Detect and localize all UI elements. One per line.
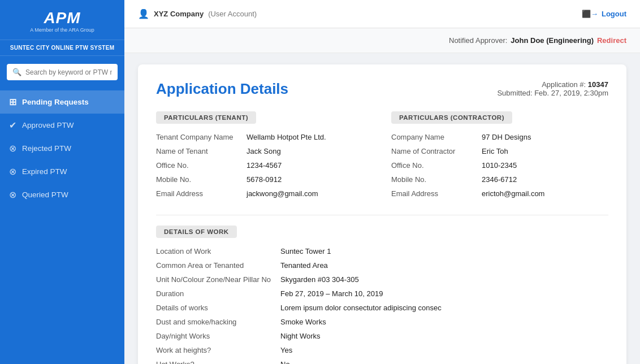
field-value-daynight: Night Works xyxy=(280,332,321,340)
field-value-dust: Smoke Works xyxy=(280,318,326,326)
logo-text: APM xyxy=(9,10,115,26)
field-label-contractor-email: Email Address xyxy=(391,189,482,198)
field-value-tenant-mobile: 5678-0912 xyxy=(247,175,282,184)
field-value-location: Suntec Tower 1 xyxy=(280,247,331,255)
field-label-details: Details of works xyxy=(156,304,280,312)
field-value-heights: Yes xyxy=(280,346,292,354)
search-box: 🔍 xyxy=(7,64,118,80)
sidebar-item-queried[interactable]: ⊗ Queried PTW xyxy=(0,183,124,206)
sidebar-item-pending-label: Pending Requests xyxy=(22,98,89,106)
app-submitted: Submitted: Feb. 27, 2019, 2:30pm xyxy=(497,89,608,97)
field-contractor-email: Email Address erictoh@gmail.com xyxy=(391,189,608,198)
field-contractor-company: Company Name 97 DH Designs xyxy=(391,133,608,141)
section-divider xyxy=(156,215,608,215)
field-contractor-office: Office No. 1010-2345 xyxy=(391,161,608,170)
field-value-tenant-office: 1234-4567 xyxy=(247,161,282,170)
system-title: SUNTEC CITY ONLINE PTW SYSTEM xyxy=(0,40,124,56)
field-label-tenant-company: Tenant Company Name xyxy=(156,133,247,141)
field-label-heights: Work at heights? xyxy=(156,346,280,354)
field-label-tenant-email: Email Address xyxy=(156,189,247,198)
field-label-tenant-mobile: Mobile No. xyxy=(156,175,247,184)
work-section: DETAILS OF WORK Location of Work Suntec … xyxy=(156,226,608,364)
field-label-duration: Duration xyxy=(156,289,280,298)
company-name: XYZ Company xyxy=(154,10,204,18)
sidebar-item-expired[interactable]: ⊗ Expired PTW xyxy=(0,160,124,183)
field-value-hot: No xyxy=(280,360,290,364)
field-work-location: Location of Work Suntec Tower 1 xyxy=(156,247,608,255)
sidebar-item-rejected[interactable]: ⊗ Rejected PTW xyxy=(0,137,124,160)
field-value-duration: Feb 27, 2019 – March 10, 2019 xyxy=(280,289,383,298)
field-tenant-email: Email Address jackwong@gmail.com xyxy=(156,189,373,198)
field-value-contractor-company: 97 DH Designs xyxy=(482,133,531,141)
search-icon: 🔍 xyxy=(12,68,21,76)
notified-label: Notified Approver: xyxy=(449,36,507,45)
field-work-details: Details of works Lorem ipsum dolor conse… xyxy=(156,304,608,312)
field-tenant-office: Office No. 1234-4567 xyxy=(156,161,373,170)
work-fields: Location of Work Suntec Tower 1 Common A… xyxy=(156,247,608,364)
field-value-tenant-name: Jack Song xyxy=(247,147,281,155)
work-badge: DETAILS OF WORK xyxy=(156,226,237,238)
application-card: Application Details Application #: 10347… xyxy=(138,64,626,364)
field-value-common: Tenanted Area xyxy=(280,261,328,270)
tenant-fields: Tenant Company Name Wellamb Hotpot Pte L… xyxy=(156,133,373,198)
field-label-unit: Unit No/Colour Zone/Near Pillar No xyxy=(156,275,280,284)
field-tenant-name: Name of Tenant Jack Song xyxy=(156,147,373,155)
sidebar-logo: APM A Member of the ARA Group xyxy=(0,0,124,40)
field-label-location: Location of Work xyxy=(156,247,280,255)
notified-bar: Notified Approver: John Doe (Engineering… xyxy=(124,28,640,53)
main-area: 👤 XYZ Company (User Account) ⬛→ Logout N… xyxy=(124,0,640,364)
sidebar-item-rejected-label: Rejected PTW xyxy=(22,144,71,153)
queried-icon: ⊗ xyxy=(9,189,16,200)
field-value-tenant-email: jackwong@gmail.com xyxy=(247,189,318,198)
contractor-fields: Company Name 97 DH Designs Name of Contr… xyxy=(391,133,608,198)
pending-icon: ⊞ xyxy=(9,97,16,107)
field-value-unit: Skygarden #03 304-305 xyxy=(280,275,359,284)
approver-name: John Doe (Engineering) xyxy=(511,36,594,45)
logout-button[interactable]: ⬛→ Logout xyxy=(582,10,626,18)
sidebar-item-pending[interactable]: ⊞ Pending Requests xyxy=(0,90,124,114)
field-tenant-mobile: Mobile No. 5678-0912 xyxy=(156,175,373,184)
field-label-contractor-company: Company Name xyxy=(391,133,482,141)
field-work-common: Common Area or Tenanted Tenanted Area xyxy=(156,261,608,270)
field-label-contractor-mobile: Mobile No. xyxy=(391,175,482,184)
application-title: Application Details xyxy=(156,80,288,98)
sidebar-item-approved-label: Approved PTW xyxy=(22,121,74,129)
expired-icon: ⊗ xyxy=(9,166,16,177)
field-work-daynight: Day/night Works Night Works xyxy=(156,332,608,340)
particulars-section: PARTICULARS (TENANT) Tenant Company Name… xyxy=(156,111,608,203)
field-label-tenant-office: Office No. xyxy=(156,161,247,170)
field-label-common: Common Area or Tenanted xyxy=(156,261,280,270)
rejected-icon: ⊗ xyxy=(9,143,16,154)
user-info: 👤 XYZ Company (User Account) xyxy=(138,8,257,19)
app-number-row: Application #: 10347 xyxy=(497,80,608,89)
field-label-contractor-name: Name of Contractor xyxy=(391,147,482,155)
account-label: (User Account) xyxy=(208,10,257,18)
sidebar-nav: ⊞ Pending Requests ✔ Approved PTW ⊗ Reje… xyxy=(0,88,124,209)
card-header: Application Details Application #: 10347… xyxy=(156,80,608,98)
user-icon: 👤 xyxy=(138,8,149,19)
field-label-tenant-name: Name of Tenant xyxy=(156,147,247,155)
field-value-details: Lorem ipsum dolor consectutor adipiscing… xyxy=(280,304,442,312)
field-label-hot: Hot Works? xyxy=(156,360,280,364)
search-input[interactable] xyxy=(25,68,112,76)
field-work-hot: Hot Works? No xyxy=(156,360,608,364)
app-number: 10347 xyxy=(588,80,608,89)
approved-icon: ✔ xyxy=(9,120,16,131)
app-meta: Application #: 10347 Submitted: Feb. 27,… xyxy=(497,80,608,97)
field-value-contractor-mobile: 2346-6712 xyxy=(482,175,517,184)
top-bar: 👤 XYZ Company (User Account) ⬛→ Logout xyxy=(124,0,640,28)
logo-sub: A Member of the ARA Group xyxy=(9,27,115,33)
contractor-block: PARTICULARS (CONTRACTOR) Company Name 97… xyxy=(391,111,608,203)
tenant-badge: PARTICULARS (TENANT) xyxy=(156,111,256,124)
field-value-contractor-office: 1010-2345 xyxy=(482,161,517,170)
sidebar: APM A Member of the ARA Group SUNTEC CIT… xyxy=(0,0,124,364)
redirect-link[interactable]: Redirect xyxy=(597,36,626,45)
content-area: Application Details Application #: 10347… xyxy=(124,53,640,364)
field-work-dust: Dust and smoke/hacking Smoke Works xyxy=(156,318,608,326)
field-label-daynight: Day/night Works xyxy=(156,332,280,340)
field-value-contractor-name: Eric Toh xyxy=(482,147,508,155)
field-work-duration: Duration Feb 27, 2019 – March 10, 2019 xyxy=(156,289,608,298)
field-tenant-company: Tenant Company Name Wellamb Hotpot Pte L… xyxy=(156,133,373,141)
field-contractor-name: Name of Contractor Eric Toh xyxy=(391,147,608,155)
sidebar-item-approved[interactable]: ✔ Approved PTW xyxy=(0,114,124,137)
